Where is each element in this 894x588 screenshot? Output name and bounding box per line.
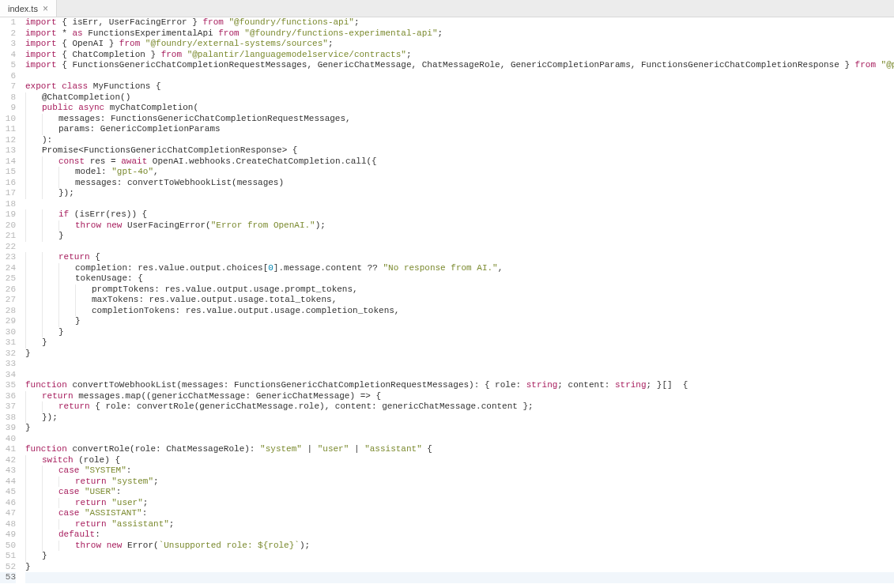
line-number: 51 xyxy=(0,551,16,562)
code-line[interactable]: return "user"; xyxy=(25,498,894,509)
line-number: 4 xyxy=(0,50,16,61)
code-line[interactable]: export class MyFunctions { xyxy=(25,81,894,92)
code-line[interactable]: promptTokens: res.value.output.usage.pro… xyxy=(25,285,894,296)
code-line[interactable]: case "SYSTEM": xyxy=(25,466,894,477)
code-line[interactable] xyxy=(25,242,894,253)
line-number: 32 xyxy=(0,349,16,360)
line-number: 8 xyxy=(0,92,16,104)
code-line[interactable]: }); xyxy=(25,188,894,199)
line-number: 22 xyxy=(0,242,16,253)
code-line[interactable]: throw new Error(`Unsupported role: ${rol… xyxy=(25,541,894,552)
code-line[interactable]: function convertToWebhookList(messages: … xyxy=(25,380,894,391)
code-area[interactable]: import { isErr, UserFacingError } from "… xyxy=(22,17,894,588)
line-number-gutter: 1234567891011121314151617181920212223242… xyxy=(0,17,22,588)
line-number: 10 xyxy=(0,114,16,125)
code-line[interactable]: params: GenericCompletionParams xyxy=(25,124,894,135)
line-number: 5 xyxy=(0,60,16,71)
code-line[interactable]: return "assistant"; xyxy=(25,519,894,530)
code-line[interactable]: messages: FunctionsGenericChatCompletion… xyxy=(25,114,894,125)
code-line[interactable]: import * as FunctionsExperimentalApi fro… xyxy=(25,28,894,40)
line-number: 40 xyxy=(0,434,16,445)
line-number: 16 xyxy=(0,178,16,189)
code-line[interactable]: return { xyxy=(25,252,894,263)
code-line[interactable] xyxy=(25,359,894,370)
line-number: 46 xyxy=(0,498,16,509)
code-line[interactable]: } xyxy=(25,231,894,242)
line-number: 41 xyxy=(0,444,16,455)
code-line[interactable]: return "system"; xyxy=(25,477,894,488)
code-line[interactable]: Promise<FunctionsGenericChatCompletionRe… xyxy=(25,145,894,156)
line-number: 7 xyxy=(0,81,16,92)
code-line[interactable] xyxy=(25,370,894,381)
code-line[interactable]: @ChatCompletion() xyxy=(25,92,894,104)
code-line[interactable]: } xyxy=(25,316,894,327)
line-number: 3 xyxy=(0,39,16,50)
code-line[interactable] xyxy=(25,199,894,210)
close-icon[interactable]: × xyxy=(43,4,48,13)
code-line[interactable]: return { role: convertRole(genericChatMe… xyxy=(25,401,894,413)
code-line[interactable]: return messages.map((genericChatMessage:… xyxy=(25,391,894,402)
code-line[interactable] xyxy=(25,572,894,583)
file-tab-label: index.ts xyxy=(8,4,38,13)
code-line[interactable]: public async myChatCompletion( xyxy=(25,103,894,114)
line-number: 34 xyxy=(0,370,16,381)
line-number: 24 xyxy=(0,263,16,274)
line-number: 23 xyxy=(0,252,16,263)
code-line[interactable]: messages: convertToWebhookList(messages) xyxy=(25,178,894,189)
code-line[interactable]: } xyxy=(25,551,894,562)
code-line[interactable]: default: xyxy=(25,530,894,541)
file-tab[interactable]: index.ts × xyxy=(0,0,57,17)
line-number: 19 xyxy=(0,209,16,220)
line-number: 25 xyxy=(0,273,16,285)
line-number: 49 xyxy=(0,530,16,541)
line-number: 37 xyxy=(0,401,16,413)
code-line[interactable]: import { FunctionsGenericChatCompletionR… xyxy=(25,60,894,71)
line-number: 48 xyxy=(0,519,16,530)
line-number: 30 xyxy=(0,327,16,338)
code-line[interactable]: import { isErr, UserFacingError } from "… xyxy=(25,17,894,28)
line-number: 17 xyxy=(0,188,16,199)
code-line[interactable]: tokenUsage: { xyxy=(25,273,894,285)
line-number: 18 xyxy=(0,199,16,210)
code-line[interactable]: } xyxy=(25,327,894,338)
line-number: 14 xyxy=(0,156,16,168)
code-line[interactable]: import { OpenAI } from "@foundry/externa… xyxy=(25,39,894,50)
line-number: 53 xyxy=(0,572,16,583)
code-line[interactable] xyxy=(25,71,894,82)
line-number: 27 xyxy=(0,295,16,306)
line-number: 9 xyxy=(0,103,16,114)
tab-bar: index.ts × xyxy=(0,0,894,17)
code-line[interactable]: throw new UserFacingError("Error from Op… xyxy=(25,220,894,232)
code-line[interactable]: completionTokens: res.value.output.usage… xyxy=(25,306,894,317)
line-number: 12 xyxy=(0,135,16,146)
line-number: 1 xyxy=(0,17,16,28)
code-line[interactable]: } xyxy=(25,423,894,434)
code-line[interactable]: case "USER": xyxy=(25,487,894,498)
line-number: 42 xyxy=(0,455,16,466)
line-number: 47 xyxy=(0,508,16,519)
line-number: 13 xyxy=(0,145,16,156)
line-number: 44 xyxy=(0,477,16,488)
code-line[interactable]: } xyxy=(25,337,894,349)
code-line[interactable]: }); xyxy=(25,413,894,424)
code-line[interactable]: model: "gpt-4o", xyxy=(25,167,894,178)
code-line[interactable]: maxTokens: res.value.output.usage.total_… xyxy=(25,295,894,306)
code-line[interactable]: completion: res.value.output.choices[0].… xyxy=(25,263,894,274)
line-number: 11 xyxy=(0,124,16,135)
code-editor[interactable]: 1234567891011121314151617181920212223242… xyxy=(0,17,894,588)
code-line[interactable]: } xyxy=(25,562,894,573)
code-line[interactable]: ): xyxy=(25,135,894,146)
code-line[interactable] xyxy=(25,434,894,445)
code-line[interactable]: import { ChatCompletion } from "@palanti… xyxy=(25,50,894,61)
line-number: 45 xyxy=(0,487,16,498)
line-number: 39 xyxy=(0,423,16,434)
code-line[interactable]: switch (role) { xyxy=(25,455,894,466)
line-number: 35 xyxy=(0,380,16,391)
code-line[interactable]: const res = await OpenAI.webhooks.Create… xyxy=(25,156,894,168)
code-line[interactable]: case "ASSISTANT": xyxy=(25,508,894,519)
code-line[interactable]: function convertRole(role: ChatMessageRo… xyxy=(25,444,894,455)
code-line[interactable]: } xyxy=(25,349,894,360)
line-number: 20 xyxy=(0,220,16,232)
line-number: 52 xyxy=(0,562,16,573)
code-line[interactable]: if (isErr(res)) { xyxy=(25,209,894,220)
